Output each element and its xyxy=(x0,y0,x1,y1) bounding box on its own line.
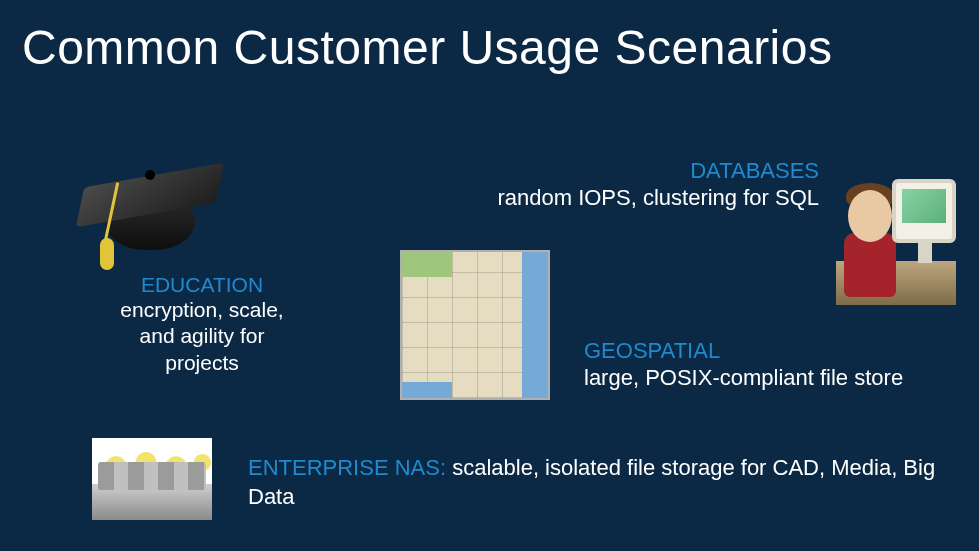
education-heading: EDUCATION xyxy=(112,273,292,297)
slide-title: Common Customer Usage Scenarios xyxy=(22,20,832,75)
child-computer-icon xyxy=(836,175,956,305)
graduation-cap-icon xyxy=(70,140,230,260)
geospatial-body: large, POSIX-compliant file store xyxy=(584,364,903,392)
education-text: EDUCATION encryption, scale, and agility… xyxy=(112,273,292,376)
databases-text: DATABASES random IOPS, clustering for SQ… xyxy=(497,158,819,212)
enterprise-heading: ENTERPRISE NAS: xyxy=(248,455,446,480)
geospatial-text: GEOSPATIAL large, POSIX-compliant file s… xyxy=(584,338,903,392)
map-icon xyxy=(400,250,550,400)
engine-icon xyxy=(92,438,212,520)
databases-heading: DATABASES xyxy=(497,158,819,184)
geospatial-heading: GEOSPATIAL xyxy=(584,338,903,364)
enterprise-text: ENTERPRISE NAS: scalable, isolated file … xyxy=(248,454,979,511)
education-body: encryption, scale, and agility for proje… xyxy=(112,297,292,376)
databases-body: random IOPS, clustering for SQL xyxy=(497,184,819,212)
